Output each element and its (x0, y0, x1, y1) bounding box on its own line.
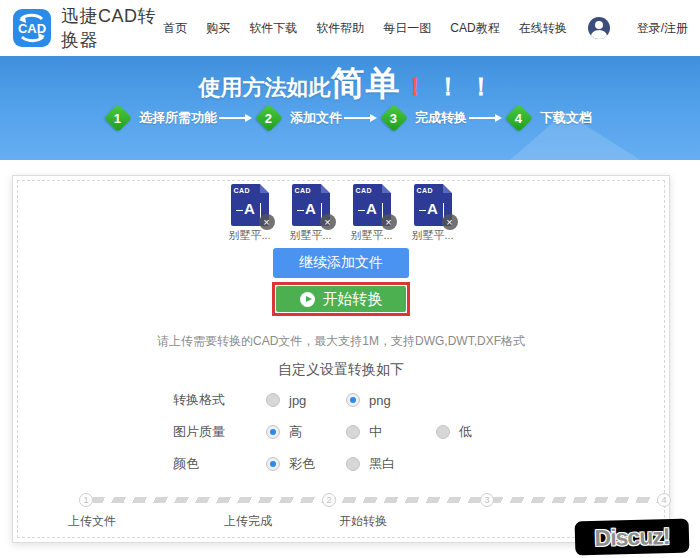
nav-item-tutorial[interactable]: CAD教程 (450, 20, 499, 37)
cad-logo-icon: CAD (12, 8, 52, 48)
arrow-right-icon (219, 114, 252, 122)
folded-corner (382, 184, 391, 193)
remove-file-icon[interactable] (320, 214, 336, 230)
banner-step-1: 1 选择所需功能 (108, 108, 217, 128)
radio-option-medium[interactable]: 中 (346, 423, 436, 441)
progress-circle-2: 2 (322, 493, 336, 507)
radio-icon (346, 425, 360, 439)
banner-title-emphasis: 简单 (331, 64, 401, 102)
step-diamond-icon: 2 (255, 104, 283, 132)
radio-option-color[interactable]: 彩色 (266, 455, 346, 473)
progress-circle-4: 4 (657, 493, 671, 507)
user-avatar-icon[interactable] (588, 17, 610, 39)
file-item: CAD A 别墅平... (350, 184, 394, 243)
page: CAD 迅捷CAD转换器 首页 购买 软件下载 软件帮助 每日一图 CAD教程 … (0, 0, 700, 558)
converter-panel: CAD A 别墅平... CAD A 别墅平... CAD (12, 175, 670, 543)
radio-option-png[interactable]: png (346, 393, 436, 408)
add-files-button[interactable]: 继续添加文件 (273, 248, 409, 278)
radio-icon (266, 457, 280, 471)
step-diamond-icon: 1 (104, 104, 132, 132)
banner-step-2: 2 添加文件 (259, 108, 342, 128)
step-label: 下载文档 (540, 109, 592, 127)
banner-exclaim-red: ！ (403, 72, 436, 100)
file-item: CAD A 别墅平... (411, 184, 455, 243)
site-title: 迅捷CAD转换器 (61, 4, 163, 52)
nav-item-help[interactable]: 软件帮助 (316, 20, 364, 37)
progress-circle-3: 3 (480, 493, 494, 507)
banner-steps: 1 选择所需功能 2 添加文件 3 完成转换 4 下载文档 (0, 108, 700, 128)
remove-file-icon[interactable] (442, 214, 458, 230)
upload-hint-text: 请上传需要转换的CAD文件，最大支持1M，支持DWG,DWT,DXF格式 (13, 333, 669, 350)
file-name: 别墅平... (289, 228, 333, 243)
remove-file-icon[interactable] (381, 214, 397, 230)
folded-corner (321, 184, 330, 193)
file-badge: CAD (417, 187, 434, 194)
banner-step-4: 4 下载文档 (509, 108, 592, 128)
discuz-watermark-text: Discuz! (594, 523, 669, 552)
nav-item-buy[interactable]: 购买 (206, 20, 230, 37)
radio-option-bw[interactable]: 黑白 (346, 455, 436, 473)
svg-text:CAD: CAD (18, 21, 46, 36)
file-badge: CAD (234, 187, 251, 194)
folded-corner (260, 184, 269, 193)
radio-option-jpg[interactable]: jpg (266, 393, 346, 408)
setting-label: 图片质量 (173, 423, 266, 441)
play-icon (300, 292, 315, 307)
file-badge: CAD (295, 187, 312, 194)
top-navbar: CAD 迅捷CAD转换器 首页 购买 软件下载 软件帮助 每日一图 CAD教程 … (0, 0, 700, 56)
arrow-right-icon (469, 114, 502, 122)
remove-file-icon[interactable] (259, 214, 275, 230)
arrow-right-icon (344, 114, 377, 122)
progress-label-convert: 开始转换 (339, 513, 387, 530)
setting-label: 颜色 (173, 455, 266, 473)
step-diamond-icon: 4 (505, 104, 533, 132)
banner-exclaim-white: ！！ (436, 72, 502, 100)
promo-banner: 使用方法如此简单！！！ 1 选择所需功能 2 添加文件 3 完成转换 4 下载文… (0, 56, 700, 160)
start-convert-label: 开始转换 (323, 290, 383, 309)
login-register-link[interactable]: 登录/注册 (637, 20, 688, 37)
progress-label-upload: 上传文件 (68, 513, 116, 530)
progress-label-complete: 上传完成 (224, 513, 272, 530)
progress-circle-1: 1 (79, 493, 93, 507)
nav-item-online-convert[interactable]: 在线转换 (519, 20, 567, 37)
file-name: 别墅平... (350, 228, 394, 243)
radio-icon (266, 425, 280, 439)
radio-option-high[interactable]: 高 (266, 423, 346, 441)
radio-icon (346, 457, 360, 471)
file-badge: CAD (356, 187, 373, 194)
step-label: 完成转换 (415, 109, 467, 127)
app-logo[interactable]: CAD (12, 8, 52, 48)
setting-row-format: 转换格式 jpg png (173, 384, 516, 416)
step-label: 添加文件 (290, 109, 342, 127)
nav-item-home[interactable]: 首页 (163, 20, 187, 37)
radio-icon (436, 425, 450, 439)
start-convert-button[interactable]: 开始转换 (276, 286, 406, 312)
conversion-settings: 转换格式 jpg png 图片质量 高 中 低 颜色 彩色 黑白 (173, 384, 516, 480)
main-nav: 首页 购买 软件下载 软件帮助 每日一图 CAD教程 在线转换 登录/注册 (163, 17, 688, 39)
setting-row-color: 颜色 彩色 黑白 (173, 448, 516, 480)
file-item: CAD A 别墅平... (289, 184, 333, 243)
step-label: 选择所需功能 (139, 109, 217, 127)
file-item: CAD A 别墅平... (228, 184, 272, 243)
setting-row-quality: 图片质量 高 中 低 (173, 416, 516, 448)
radio-icon (266, 393, 280, 407)
step-diamond-icon: 3 (380, 104, 408, 132)
convert-highlight-box: 开始转换 (272, 282, 410, 316)
file-name: 别墅平... (411, 228, 455, 243)
nav-item-daily[interactable]: 每日一图 (383, 20, 431, 37)
banner-title: 使用方法如此简单！！！ (0, 61, 700, 107)
banner-title-prefix: 使用方法如此 (199, 75, 331, 100)
nav-item-download[interactable]: 软件下载 (249, 20, 297, 37)
file-name: 别墅平... (228, 228, 272, 243)
setting-label: 转换格式 (173, 391, 266, 409)
file-list: CAD A 别墅平... CAD A 别墅平... CAD (13, 184, 669, 243)
discuz-watermark: Discuz! (575, 519, 690, 556)
folded-corner (443, 184, 452, 193)
progress-track (93, 497, 659, 503)
radio-icon (346, 393, 360, 407)
settings-title: 自定义设置转换如下 (13, 361, 669, 379)
radio-option-low[interactable]: 低 (436, 423, 516, 441)
banner-step-3: 3 完成转换 (384, 108, 467, 128)
